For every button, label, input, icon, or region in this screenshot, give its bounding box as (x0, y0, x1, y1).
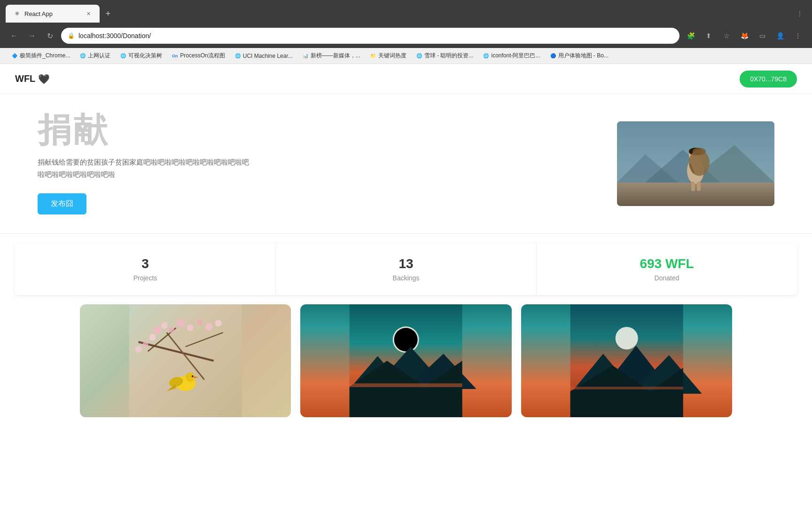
svg-point-19 (161, 322, 168, 329)
app-navbar: WFL 🖤 0X70...79C8 (0, 64, 812, 94)
stat-donated-number: 693 WFL (640, 256, 694, 271)
new-tab-button[interactable]: + (102, 7, 115, 20)
svg-point-20 (169, 327, 174, 333)
browser-action-icons: 🧩 ⬆ ☆ 🦊 ▭ 👤 ⋮ (684, 29, 804, 42)
hero-content: 捐献 捐献钱给需要的贫困孩子贫困家庭吧啦吧啦吧啦吧啦吧啦吧啦吧啦吧啦吧啦吧啦吧啦… (38, 113, 589, 214)
card-3[interactable] (521, 304, 732, 417)
tab-bar: ⚛ React App ✕ + ⋮ (0, 0, 812, 24)
extensions-icon[interactable]: 🧩 (684, 29, 697, 42)
connect-wallet-button[interactable]: 0X70...79C8 (740, 71, 797, 87)
active-tab[interactable]: ⚛ React App ✕ (6, 5, 100, 23)
browser-menu-icon[interactable]: ⋮ (797, 10, 803, 17)
hero-description: 捐献钱给需要的贫困孩子贫困家庭吧啦吧啦吧啦吧啦吧啦吧啦吧啦吧啦吧啦吧啦吧啦吧啦吧… (38, 156, 254, 180)
bookmark-10[interactable]: 🔵 用户体验地图 - Bo... (546, 50, 612, 61)
hero-title: 捐献 (38, 113, 589, 147)
card-1[interactable] (80, 304, 291, 417)
svg-point-27 (143, 341, 148, 347)
bookmark-9-label: iconfont-阿里巴巴... (491, 52, 540, 60)
svg-point-9 (693, 148, 706, 155)
svg-point-33 (192, 375, 194, 377)
bookmark-star-icon[interactable]: ☆ (720, 29, 733, 42)
lock-icon: 🔒 (68, 32, 75, 39)
bookmark-5-favicon: 🌐 (234, 53, 241, 59)
bookmark-9[interactable]: 🌐 iconfont-阿里巴巴... (479, 50, 544, 61)
bookmark-7[interactable]: 📁 关键词热度 (366, 50, 410, 61)
logo-heart-icon: 🖤 (38, 73, 50, 85)
svg-rect-13 (129, 304, 242, 417)
card-1-illustration (80, 304, 291, 417)
bookmark-3[interactable]: 🌐 可视化决策树 (116, 50, 166, 61)
svg-point-25 (205, 323, 213, 331)
hero-section: 捐献 捐献钱给需要的贫困孩子贫困家庭吧啦吧啦吧啦吧啦吧啦吧啦吧啦吧啦吧啦吧啦吧啦… (0, 94, 812, 234)
bookmarks-bar: 🔷 极简插件_Chrome... 🌐 上网认证 🌐 可视化决策树 On Proc… (0, 48, 812, 64)
bookmark-5[interactable]: 🌐 UCI Machine Lear... (231, 51, 297, 61)
svg-rect-49 (570, 387, 683, 389)
stat-donated: 693 WFL Donated (537, 243, 797, 295)
stat-backings-number: 13 (398, 256, 413, 271)
svg-point-37 (394, 328, 418, 351)
stat-projects: 3 Projects (15, 243, 276, 295)
cards-section (0, 304, 812, 417)
page-content: WFL 🖤 0X70...79C8 捐献 捐献钱给需要的贫困孩子贫困家庭吧啦吧啦… (0, 64, 812, 508)
svg-rect-11 (691, 182, 695, 191)
address-input[interactable]: 🔒 localhost:3000/Donation/ (61, 28, 679, 44)
address-bar: ← → ↻ 🔒 localhost:3000/Donation/ 🧩 ⬆ ☆ 🦊… (0, 24, 812, 48)
bookmark-6[interactable]: 📊 新榜——新媒体，... (298, 50, 364, 61)
bookmark-2-favicon: 🌐 (79, 53, 86, 59)
bookmark-10-favicon: 🔵 (550, 53, 556, 59)
profile-icon[interactable]: 👤 (773, 29, 787, 42)
card-2[interactable] (300, 304, 511, 417)
bookmark-1[interactable]: 🔷 极简插件_Chrome... (8, 50, 74, 61)
sidebar-icon[interactable]: ▭ (756, 29, 769, 42)
svg-point-24 (197, 319, 203, 325)
refresh-button[interactable]: ↻ (43, 29, 56, 42)
share-icon[interactable]: ⬆ (702, 29, 715, 42)
svg-point-30 (186, 373, 195, 382)
svg-point-44 (615, 327, 638, 349)
svg-point-28 (135, 346, 142, 352)
stat-backings: 13 Backings (276, 243, 537, 295)
svg-rect-12 (697, 182, 701, 191)
bookmark-3-label: 可视化决策树 (128, 52, 162, 60)
url-text: localhost:3000/Donation/ (78, 32, 673, 40)
svg-point-18 (154, 326, 161, 334)
bookmark-10-label: 用户体验地图 - Bo... (558, 52, 609, 60)
bookmark-6-favicon: 📊 (302, 53, 309, 59)
svg-rect-1 (617, 183, 774, 206)
bookmark-8-label: 雪球 - 聪明的投资... (424, 52, 474, 60)
wallet-icon[interactable]: 🦊 (738, 29, 751, 42)
bookmark-1-label: 极简插件_Chrome... (20, 52, 70, 60)
svg-rect-42 (350, 383, 462, 387)
hero-image (617, 121, 774, 206)
bookmark-2[interactable]: 🌐 上网认证 (76, 50, 114, 61)
svg-point-21 (149, 334, 156, 341)
svg-point-26 (215, 320, 222, 326)
browser-frame: ⚛ React App ✕ + ⋮ ← → ↻ 🔒 localhost:3000… (0, 0, 812, 508)
stat-backings-label: Backings (393, 274, 420, 282)
stat-projects-label: Projects (133, 274, 157, 282)
menu-icon[interactable]: ⋮ (791, 29, 804, 42)
bookmark-3-favicon: 🌐 (120, 53, 126, 59)
tab-favicon: ⚛ (13, 10, 21, 17)
stat-donated-label: Donated (655, 274, 679, 282)
logo-text: WFL (15, 73, 35, 84)
bookmark-7-label: 关键词热度 (378, 52, 406, 60)
bookmark-6-label: 新榜——新媒体，... (311, 52, 360, 60)
svg-point-23 (187, 325, 194, 331)
bookmark-2-label: 上网认证 (88, 52, 110, 60)
bookmark-7-favicon: 📁 (370, 53, 376, 59)
card-3-illustration (521, 304, 732, 417)
app-logo: WFL 🖤 (15, 73, 50, 85)
tab-close-button[interactable]: ✕ (85, 10, 92, 17)
bookmark-4-favicon: On (172, 53, 178, 59)
bookmark-5-label: UCI Machine Lear... (243, 53, 293, 59)
stat-projects-number: 3 (141, 256, 149, 271)
bookmark-8-favicon: 🌐 (416, 53, 422, 59)
publish-button[interactable]: 发布囧 (38, 193, 86, 214)
bookmark-4[interactable]: On ProcessOn流程图 (168, 50, 228, 61)
back-button[interactable]: ← (8, 29, 21, 42)
bookmark-8[interactable]: 🌐 雪球 - 聪明的投资... (412, 50, 477, 61)
bookmark-9-favicon: 🌐 (483, 53, 489, 59)
card-2-illustration (300, 304, 511, 417)
forward-button[interactable]: → (25, 29, 39, 42)
